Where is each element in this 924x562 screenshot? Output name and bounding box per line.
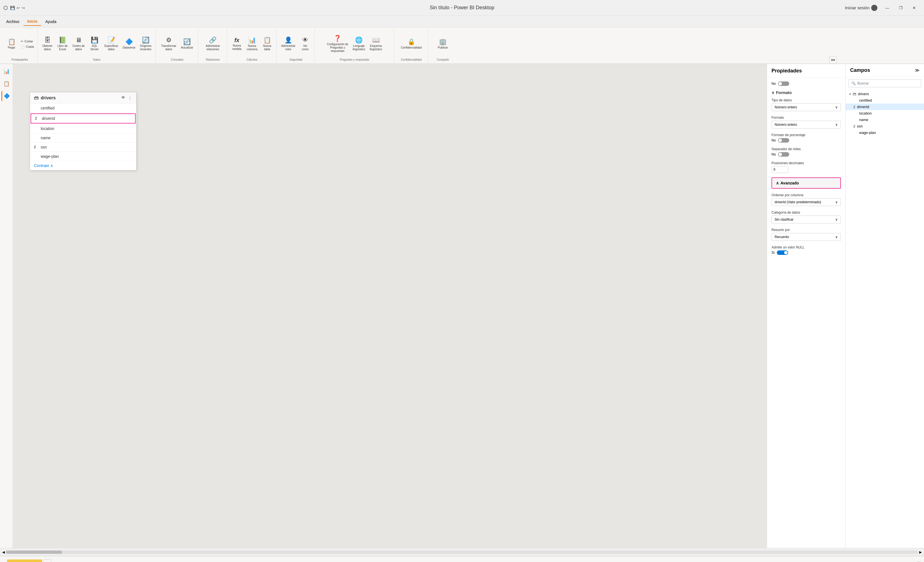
field-certified[interactable]: certified [30,103,136,113]
zoom-plus-btn[interactable]: + [912,561,915,562]
menu-inicio[interactable]: Inicio [23,17,42,26]
manage-roles-button[interactable]: 👤 Administrarroles [279,36,297,52]
confidentiality-icon: 🔒 [408,39,415,45]
collapse-props-icon[interactable]: >> [829,56,837,64]
tree-field-driverId[interactable]: Σ driverId [846,103,924,110]
excel-button[interactable]: 📗 Libro deExcel [56,36,70,52]
close-button[interactable]: ✕ [908,3,921,12]
tab-prev-btn[interactable]: ‹ [3,561,5,562]
specify-data-button[interactable]: 📝 Especificardatos [103,36,120,52]
tipo-datos-chevron: ∨ [835,105,838,109]
no-toggle-switch[interactable] [778,81,789,86]
prop-formato: Formato Número entero ∨ [771,115,841,129]
transform-button[interactable]: ⚙ Transformardatos [159,36,178,52]
format-section-header[interactable]: ∨ Formato [771,90,841,95]
avanzado-label: Avanzado [780,181,799,185]
field-ssn-label: ssn [41,145,47,149]
field-driverId[interactable]: Σ driverId [31,113,136,123]
fields-collapse-icon[interactable]: ≫ [915,67,920,73]
null-label: Admite un valor NULL [771,245,841,249]
tree-wage-plan-label: wage-plan [859,130,876,135]
calculos-label: Cálculos [247,58,257,61]
fit-page-btn[interactable]: ⊡ [917,561,921,562]
scrollbar-track[interactable] [6,550,918,554]
save-icon[interactable]: 💾 [10,6,15,10]
titlebar-right: Iniciar sesión — ❐ ✕ [845,3,921,12]
paste-button[interactable]: 📋 Pegar [4,37,18,51]
collapse-props-btn[interactable]: >> [827,56,837,64]
table-card-icon: 🗃 [34,96,39,100]
avanzado-header[interactable]: ∧ Avanzado [772,178,840,188]
porcentaje-toggle-switch[interactable] [778,138,789,142]
canvas-area[interactable]: 🗃 drivers 👁 ⋮ certified Σ driverId [13,64,767,548]
restore-button[interactable]: ❐ [894,3,907,12]
field-wage-plan[interactable]: wage-plan [30,152,136,161]
get-data-icon: 🗄 [44,37,51,43]
signin-button[interactable]: Iniciar sesión [845,5,878,11]
tree-field-certified[interactable]: certified [846,97,924,103]
new-column-button[interactable]: 📊 Nuevacolumna [245,36,259,52]
quick-access: 💾 ↩ ↪ [10,6,25,10]
manage-relations-button[interactable]: 🔗 Administrarrelaciones [204,36,222,52]
scrollbar-thumb[interactable] [6,550,62,554]
null-toggle-switch[interactable] [777,250,788,255]
decimales-input[interactable] [772,166,783,172]
zoom-minus-btn[interactable]: — [894,561,898,562]
cut-button[interactable]: ✂ Cortar [20,39,35,44]
linguistic-lang-button[interactable]: 🌐 Lenguajelingüístico [351,36,367,52]
redo-icon[interactable]: ↪ [22,6,25,10]
recent-sources-button[interactable]: 🔄 Orígenesrecientes [138,36,153,52]
new-table-button[interactable]: 📋 Nuevatabla [260,36,274,52]
bottom-redo-icon[interactable]: ↪ [888,561,892,562]
new-measure-button[interactable]: fx Nuevamedida [230,36,244,52]
separador-toggle-switch[interactable] [778,152,789,157]
ordenar-select[interactable]: driverId (Valor predeterminado) ∨ [771,198,841,206]
tree-field-ssn[interactable]: Σ ssn [846,123,924,129]
data-center-button[interactable]: 🖥 Centro dedatos [71,36,87,52]
menu-archivo[interactable]: Archivo [2,18,23,25]
linguistic-schema-button[interactable]: 📖 Esquemalingüístico [368,36,384,52]
field-ssn[interactable]: Σ ssn [30,142,136,152]
scroll-left-btn[interactable]: ◀ [2,550,5,554]
linguistic-lang-icon: 🌐 [355,37,363,43]
model-view-button[interactable]: 🔷 [2,91,12,101]
tree-field-wage-plan[interactable]: wage-plan [846,129,924,136]
sql-button[interactable]: 💾 SQLServer [88,36,102,52]
tree-field-location[interactable]: location [846,110,924,117]
tab-todas-las-tablas[interactable]: Todas las tablas [7,559,42,562]
view-as-button[interactable]: 👁 Vercomo [298,36,312,52]
refresh-button[interactable]: 🔃 Actualizar [179,37,195,51]
table-more-icon[interactable]: ⋮ [128,95,132,100]
publish-button[interactable]: 🏢 Publicar [436,37,450,51]
formato-select[interactable]: Número entero ∨ [771,121,841,129]
undo-icon[interactable]: ↩ [16,6,20,10]
copy-button[interactable]: 📄 Copia [20,44,35,49]
add-tab-button[interactable]: + [43,559,51,562]
dataverse-button[interactable]: 🔷 Dataverse [121,37,137,51]
categoria-select[interactable]: Sin clasificar ∨ [771,216,841,223]
tree-field-name[interactable]: name [846,117,924,123]
collapse-button[interactable]: Contraer ∧ [30,161,136,170]
report-view-button[interactable]: 📊 [2,66,12,76]
confidentiality-button[interactable]: 🔒 Confidencialidad [399,37,423,51]
tipo-datos-select[interactable]: Número entero ∨ [771,103,841,111]
field-location[interactable]: location [30,124,136,133]
tree-table-drivers[interactable]: ∨ 🗃 drivers [846,91,924,97]
null-toggle: Sí [771,250,841,255]
get-data-button[interactable]: 🗄 Obtenerdatos [40,36,54,52]
bottom-undo-icon[interactable]: ↩ [882,561,886,562]
tree-ssn-sigma-icon: Σ [854,124,855,128]
menu-ayuda[interactable]: Ayuda [41,18,60,25]
field-sigma-icon2: Σ [34,145,39,149]
field-name[interactable]: name [30,133,136,142]
fields-search-input[interactable] [858,81,918,85]
minimize-button[interactable]: — [881,3,894,12]
table-eye-icon[interactable]: 👁 [121,95,126,100]
scroll-right-btn[interactable]: ▶ [919,550,922,554]
qa-config-button[interactable]: ❓ Configuración dePreguntas yrespuestas [325,34,350,54]
horizontal-scrollbar[interactable]: ◀ ▶ [0,548,924,556]
fields-search-box[interactable]: 🔍 [849,79,921,87]
table-view-button[interactable]: 📋 [2,79,12,89]
resumir-select[interactable]: Recuento ∨ [771,233,841,241]
excel-icon: 📗 [59,37,66,43]
